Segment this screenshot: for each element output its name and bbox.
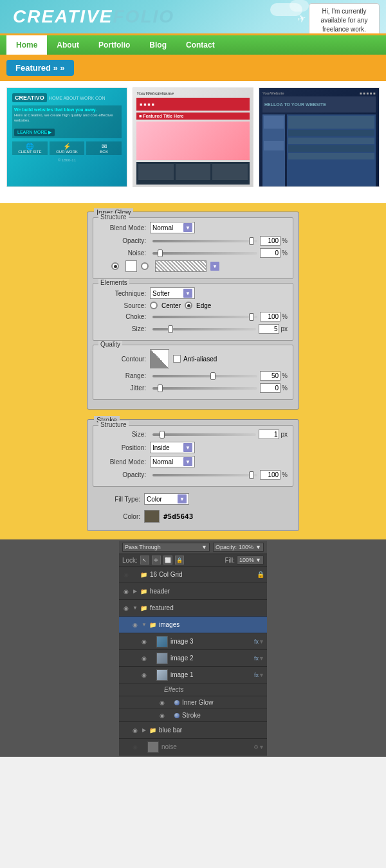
size-label: Size: bbox=[98, 325, 150, 332]
layer-header[interactable]: ◉ ▶ 📁 header bbox=[119, 583, 267, 600]
expand-arrow-images[interactable]: ▼ bbox=[141, 620, 147, 629]
expand-arrow-blue-bar[interactable]: ▶ bbox=[141, 726, 147, 735]
stroke-opacity-slider[interactable] bbox=[152, 474, 257, 476]
noise-slider[interactable] bbox=[152, 252, 257, 255]
nav-portfolio[interactable]: Portfolio bbox=[89, 35, 140, 55]
effects-label: Effects bbox=[164, 686, 184, 693]
anti-alias-checkbox[interactable] bbox=[173, 355, 181, 363]
layers-wrapper: Pass Through ▼ Opacity: 100% ▼ Lock: ↖ ✛… bbox=[0, 539, 386, 757]
source-edge-label: Edge bbox=[196, 302, 211, 309]
source-center-radio[interactable] bbox=[150, 302, 158, 309]
eye-icon-images[interactable]: ◉ bbox=[131, 620, 140, 629]
eye-icon-image1[interactable]: ◉ bbox=[140, 671, 149, 680]
portfolio-thumb-1[interactable]: CREATIVO HOME ABOUT WORK CON We build we… bbox=[6, 87, 127, 187]
eye-icon-grid[interactable]: ◉ bbox=[122, 570, 131, 579]
nav-home[interactable]: Home bbox=[6, 35, 47, 55]
portfolio-thumb-3[interactable]: YourWebsite ■ ■ ■ ■ ■ HELLOA TO YOUR WEB… bbox=[259, 87, 380, 187]
folder-icon-images: 📁 bbox=[147, 620, 158, 629]
layer-blue-bar[interactable]: ◉ ▶ 📁 blue bar bbox=[119, 722, 267, 739]
opacity-value[interactable]: 100 bbox=[260, 236, 280, 246]
featured-button[interactable]: Featured » bbox=[6, 60, 74, 76]
stroke-opacity-value[interactable]: 100 bbox=[260, 470, 280, 480]
fill-value-box[interactable]: 100% ▼ bbox=[237, 556, 264, 565]
gradient-swatch[interactable] bbox=[155, 260, 207, 272]
expand-arrow-grid[interactable] bbox=[132, 570, 138, 579]
lock-all-icon[interactable]: 🔒 bbox=[175, 556, 184, 565]
size-value[interactable]: 5 bbox=[259, 324, 279, 334]
layer-16-col-grid[interactable]: ◉ 📁 16 Col Grid 🔒 bbox=[119, 566, 267, 583]
thumb2-featured: ■ Featured Title Here bbox=[136, 113, 250, 120]
eye-icon-header[interactable]: ◉ bbox=[122, 587, 131, 596]
inner-glow-effect-row[interactable]: ◉ Inner Glow bbox=[119, 696, 267, 709]
nav-contact[interactable]: Contact bbox=[176, 35, 225, 55]
expand-arrow-featured[interactable]: ▼ bbox=[132, 604, 138, 613]
stroke-opacity-unit: % bbox=[282, 471, 288, 478]
source-edge-radio[interactable] bbox=[185, 302, 192, 309]
fill-type-select[interactable]: Color ▼ bbox=[144, 493, 189, 505]
gradient-arrow[interactable]: ▼ bbox=[210, 262, 219, 271]
stroke-size-value[interactable]: 1 bbox=[259, 429, 279, 439]
stroke-blend-value: Normal bbox=[152, 458, 183, 466]
range-slider[interactable] bbox=[152, 375, 257, 377]
opacity-row: Opacity: 100 % bbox=[98, 236, 288, 246]
stroke-size-slider[interactable] bbox=[152, 433, 256, 436]
technique-row: Technique: Softer ▼ bbox=[98, 287, 288, 299]
nav-blog[interactable]: Blog bbox=[140, 35, 176, 55]
noise-unit: % bbox=[282, 249, 288, 257]
layer-featured[interactable]: ◉ ▼ 📁 featured bbox=[119, 600, 267, 617]
stroke-blend-select[interactable]: Normal ▼ bbox=[150, 456, 195, 467]
technique-select[interactable]: Softer ▼ bbox=[150, 287, 195, 299]
folder-icon-grid: 📁 bbox=[138, 570, 149, 579]
thumb3-top: HELLOA TO YOUR WEBSITE bbox=[262, 96, 376, 113]
choke-slider[interactable] bbox=[152, 316, 257, 318]
stroke-blend-row: Blend Mode: Normal ▼ bbox=[98, 456, 288, 467]
structure-label: Structure bbox=[98, 213, 129, 221]
eye-icon-image2[interactable]: ◉ bbox=[140, 654, 149, 663]
cloud-decoration-2 bbox=[290, 0, 309, 12]
layer-image1[interactable]: ◉ image 1 fx ▼ bbox=[119, 667, 267, 683]
jitter-value[interactable]: 0 bbox=[260, 383, 280, 393]
layer-images[interactable]: ◉ ▼ 📁 images bbox=[119, 617, 267, 633]
layers-opacity[interactable]: Opacity: 100% ▼ bbox=[213, 543, 264, 552]
layer-image2[interactable]: ◉ image 2 fx ▼ bbox=[119, 650, 267, 667]
eye-icon-blue-bar[interactable]: ◉ bbox=[131, 726, 140, 735]
stroke-position-select[interactable]: Inside ▼ bbox=[150, 442, 195, 453]
stroke-blend-label: Blend Mode: bbox=[98, 458, 150, 466]
noise-settings-icon[interactable]: ⚙ bbox=[253, 744, 259, 750]
solid-color-radio[interactable] bbox=[111, 262, 119, 270]
hire-link[interactable]: Hire me today! bbox=[315, 34, 374, 35]
lock-pointer-icon[interactable]: ↖ bbox=[140, 556, 149, 565]
stroke-opacity-label: Opacity: bbox=[98, 471, 150, 478]
blend-mode-select[interactable]: Normal ▼ bbox=[150, 222, 195, 233]
layer-noise[interactable]: ◉ noise ⚙ ▼ bbox=[119, 739, 267, 755]
eye-icon-stroke[interactable]: ◉ bbox=[158, 711, 167, 720]
source-center-label: Center bbox=[161, 302, 181, 309]
eye-icon-featured[interactable]: ◉ bbox=[122, 604, 131, 613]
opacity-arrow: ▼ bbox=[255, 544, 261, 550]
contour-preview[interactable] bbox=[150, 349, 169, 368]
jitter-slider[interactable] bbox=[152, 387, 257, 390]
stroke-effect-row[interactable]: ◉ Stroke bbox=[119, 709, 267, 722]
expand-arrow-header[interactable]: ▶ bbox=[132, 587, 138, 596]
eye-icon-noise[interactable]: ◉ bbox=[131, 743, 140, 752]
lock-move-icon[interactable]: ✛ bbox=[152, 556, 161, 565]
opacity-slider[interactable] bbox=[152, 240, 257, 242]
solid-color-swatch[interactable] bbox=[125, 260, 137, 272]
size-slider[interactable] bbox=[152, 328, 256, 330]
lock-paint-icon[interactable]: ⬜ bbox=[163, 556, 172, 565]
gradient-radio[interactable] bbox=[141, 262, 149, 270]
nav-about[interactable]: About bbox=[47, 35, 89, 55]
layers-mode-select[interactable]: Pass Through ▼ bbox=[122, 543, 210, 552]
hire-badge[interactable]: Hi, I'm currently available for any free… bbox=[309, 3, 380, 35]
layer-image3[interactable]: ◉ image 3 fx ▼ bbox=[119, 633, 267, 650]
eye-icon-inner-glow[interactable]: ◉ bbox=[158, 698, 167, 707]
noise-value[interactable]: 0 bbox=[260, 248, 280, 258]
eye-icon-image3[interactable]: ◉ bbox=[140, 637, 149, 646]
layers-panel: Pass Through ▼ Opacity: 100% ▼ Lock: ↖ ✛… bbox=[119, 541, 267, 755]
choke-value[interactable]: 100 bbox=[260, 312, 280, 321]
jitter-slider-container: 0 % bbox=[150, 383, 288, 393]
fx-arrow-image1: ▼ bbox=[259, 672, 264, 678]
portfolio-thumb-2[interactable]: YourWebsiteName ■ ■ ■ ■ ■ Featured Title… bbox=[133, 87, 253, 187]
stroke-color-swatch[interactable] bbox=[144, 510, 160, 523]
range-value[interactable]: 50 bbox=[260, 371, 280, 381]
